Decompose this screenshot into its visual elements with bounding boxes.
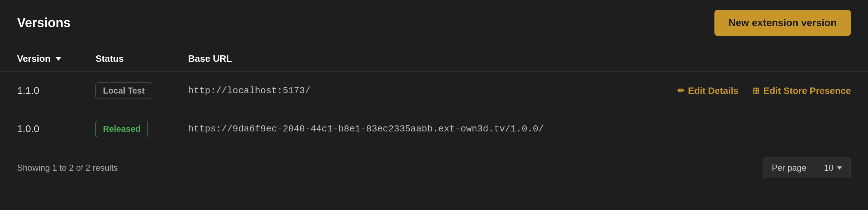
column-header-status: Status xyxy=(95,53,188,64)
base-url-value: http://localhost:5173/ xyxy=(188,85,708,96)
page-title: Versions xyxy=(17,15,71,30)
pagination-controls: Per page 10 xyxy=(763,158,851,178)
table-footer: Showing 1 to 2 of 2 results Per page 10 xyxy=(0,148,868,188)
base-url-value: https://9da6f9ec-2040-44c1-b8e1-83ec2335… xyxy=(188,124,708,134)
status-badge: Released xyxy=(95,121,148,137)
version-number: 1.1.0 xyxy=(17,85,95,96)
column-header-version[interactable]: Version xyxy=(17,53,95,64)
row-actions: ✏ Edit Details ⊞ Edit Store Presence xyxy=(708,85,851,96)
status-badge: Local Test xyxy=(95,82,152,99)
store-icon: ⊞ xyxy=(753,86,760,96)
version-number: 1.0.0 xyxy=(17,123,95,135)
new-extension-version-button[interactable]: New extension version xyxy=(714,10,851,36)
table-header: Version Status Base URL xyxy=(0,46,868,72)
per-page-select[interactable]: 10 xyxy=(815,158,851,178)
pencil-icon: ✏ xyxy=(677,86,684,96)
per-page-label: Per page xyxy=(763,158,815,178)
per-page-value: 10 xyxy=(824,163,833,173)
edit-details-link[interactable]: ✏ Edit Details xyxy=(677,85,739,96)
status-cell: Local Test xyxy=(95,82,188,99)
edit-store-presence-link[interactable]: ⊞ Edit Store Presence xyxy=(753,85,851,96)
sort-chevron-icon xyxy=(56,57,61,61)
versions-page: Versions New extension version Version S… xyxy=(0,0,868,210)
column-header-actions xyxy=(708,53,851,64)
table-row: 1.1.0 Local Test http://localhost:5173/ … xyxy=(0,72,868,110)
column-header-base-url: Base URL xyxy=(188,53,708,64)
chevron-down-icon xyxy=(837,166,842,170)
table-row: 1.0.0 Released https://9da6f9ec-2040-44c… xyxy=(0,110,868,148)
results-count: Showing 1 to 2 of 2 results xyxy=(17,163,118,173)
status-cell: Released xyxy=(95,121,188,137)
page-header: Versions New extension version xyxy=(0,0,868,46)
